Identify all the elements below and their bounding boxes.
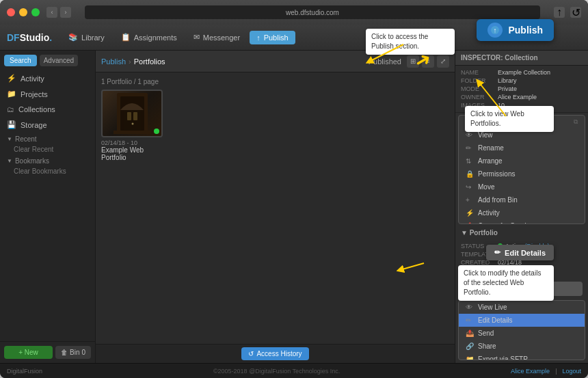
nav-buttons: ‹ › [46,7,71,18]
user-link[interactable]: Alice Example [511,368,550,375]
breadcrumb: Publish › Portfolios [101,57,363,66]
bottom-bar: DigitalFusion ©2005-2018 @DigitalFusion … [0,363,588,378]
ctx-view[interactable]: 👁 View [459,129,585,141]
context-menu: 🔗 Share Link ⧉ 👁 View ✏ Rename ⇅ Arr [458,115,585,224]
portfolio-section-label: ▼ Portfolio [455,226,588,239]
advanced-button[interactable]: Advanced [40,55,78,66]
search-row: Search Advanced [0,51,95,70]
tab-messenger[interactable]: ✉ Messenger [187,30,247,44]
ctx-add-from-bin[interactable]: + Add from Bin [459,193,585,206]
content-area: Publish › Portfolios Published ⊞ ≡ ⤢ 1 P… [96,51,455,363]
url-bar: web.dfstudio.com [85,5,540,19]
view-icon: 👁 [466,131,474,139]
permissions-icon: 🔒 [466,170,474,178]
titlebar: ‹ › web.dfstudio.com ↑ ↺ [0,0,588,25]
edit-details-button[interactable]: ✏ Edit Details [461,282,583,296]
logout-link[interactable]: Logout [562,368,581,375]
portfolio-name: Example Web Portfolio [101,146,163,161]
clear-recent[interactable]: Clear Recent [0,144,95,154]
disable-link[interactable]: (Disable) [525,243,550,249]
ctx-permissions[interactable]: 🔒 Permissions [459,167,585,180]
list-view-icon[interactable]: ≡ [422,55,434,68]
sftp-icon: 📁 [466,355,474,360]
portfolio-date: 02/14/18 - 10 [101,139,163,146]
bin-button[interactable]: 🗑 Bin 0 [55,346,91,359]
thumbnail-placeholder [103,91,161,136]
sidebar-footer: + New 🗑 Bin 0 [0,341,95,363]
tab-library[interactable]: 📚 Library [62,30,111,44]
sidebar: Search Advanced ⚡ Activity 📁 Projects 🗂 … [0,51,96,363]
url-text: web.dfstudio.com [286,9,339,16]
refresh-icon[interactable]: ↺ [570,7,581,18]
access-history-button[interactable]: ↺ Access History [241,347,308,360]
svg-rect-3 [127,112,131,120]
library-icon: 📚 [68,33,78,42]
ctx-rename[interactable]: ✏ Rename [459,141,585,154]
ctx-share-icon: 🔗 [466,342,474,350]
bottom-brand: DigitalFusion [7,368,42,375]
portfolio-grid: 1 Portfolio / 1 page [96,72,455,344]
content-toolbar: Publish › Portfolios Published ⊞ ≡ ⤢ [96,51,455,72]
collections-icon: 🗂 [7,105,14,113]
breadcrumb-publish[interactable]: Publish [101,57,126,66]
sidebar-item-activity[interactable]: ⚡ Activity [0,70,95,86]
share-link-icon: 🔗 [466,118,474,126]
tab-assignments[interactable]: 📋 Assignments [114,30,184,44]
status-dot [498,243,503,248]
minimize-button[interactable] [19,8,27,16]
rename-icon: ✏ [466,144,474,152]
ctx-move[interactable]: ↪ Move [459,180,585,193]
breadcrumb-portfolios[interactable]: Portfolios [134,57,165,66]
expand-icon[interactable]: ⤢ [437,55,449,68]
ctx-activity-icon: ⚡ [466,209,474,217]
app-logo: DFStudio. [7,32,52,43]
forward-button[interactable]: › [60,7,71,18]
sidebar-item-collections[interactable]: 🗂 Collections [0,102,95,117]
add-bin-icon: + [466,196,474,204]
portfolio-thumbnail [101,90,163,137]
ctx-activity[interactable]: ⚡ Activity [459,206,585,219]
published-tab[interactable]: Published [369,57,401,66]
sidebar-item-projects[interactable]: 📁 Projects [0,86,95,102]
ctx-share[interactable]: 🔗 Share [459,340,585,353]
ctx-edit-details[interactable]: ✏ Edit Details [459,314,585,327]
titlebar-actions: ↑ ↺ [554,7,581,18]
messenger-icon: ✉ [193,33,200,42]
list-item[interactable]: 02/14/18 - 10 Example Web Portfolio [101,90,163,161]
portfolio-status-dot [154,129,159,134]
ctx-queue-send[interactable]: 📤 Queue for Send [459,219,585,224]
edit-details-icon: ✏ [466,316,474,324]
publish-nav-icon: ↑ [256,33,260,42]
ctx-view-live[interactable]: 👁 View Live [459,301,585,314]
main-area: Search Advanced ⚡ Activity 📁 Projects 🗂 … [0,51,588,363]
sidebar-item-storage[interactable]: 💾 Storage [0,117,95,133]
queue-icon: 📤 [466,222,474,224]
svg-point-5 [131,123,133,125]
bottom-copyright: ©2005-2018 @DigitalFusion Technologies I… [213,368,340,375]
ctx-export-sftp[interactable]: 📁 Export via SFTP [459,353,585,360]
arrange-icon: ⇅ [466,157,474,165]
traffic-lights [7,8,40,16]
bookmarks-arrow-icon: ▼ [7,158,12,164]
send-icon: 📤 [466,329,474,337]
assignments-icon: 📋 [121,33,131,42]
ctx-send[interactable]: 📤 Send [459,327,585,340]
share-icon[interactable]: ↑ [554,7,565,18]
svg-rect-2 [124,110,141,131]
close-button[interactable] [7,8,15,16]
ctx-share-link[interactable]: 🔗 Share Link ⧉ [459,116,585,129]
tab-publish[interactable]: ↑ Publish [250,31,295,44]
ctx-arrange[interactable]: ⇅ Arrange [459,154,585,167]
svg-rect-4 [133,112,137,120]
portfolio-status-section: STATUS Active (Disable) TEMPLATE HTML/Ja… [455,239,588,278]
clear-bookmarks[interactable]: Clear Bookmarks [0,166,95,176]
grid-view-icon[interactable]: ⊞ [407,55,419,68]
back-button[interactable]: ‹ [46,7,57,18]
inspector-panel: INSPECTOR: Collection NAME Example Colle… [455,51,588,363]
inspector-header: INSPECTOR: Collection [455,51,588,66]
search-button[interactable]: Search [4,55,37,66]
maximize-button[interactable] [31,8,40,16]
move-icon: ↪ [466,183,474,191]
activity-icon: ⚡ [7,74,16,83]
new-button[interactable]: + New [4,346,53,359]
